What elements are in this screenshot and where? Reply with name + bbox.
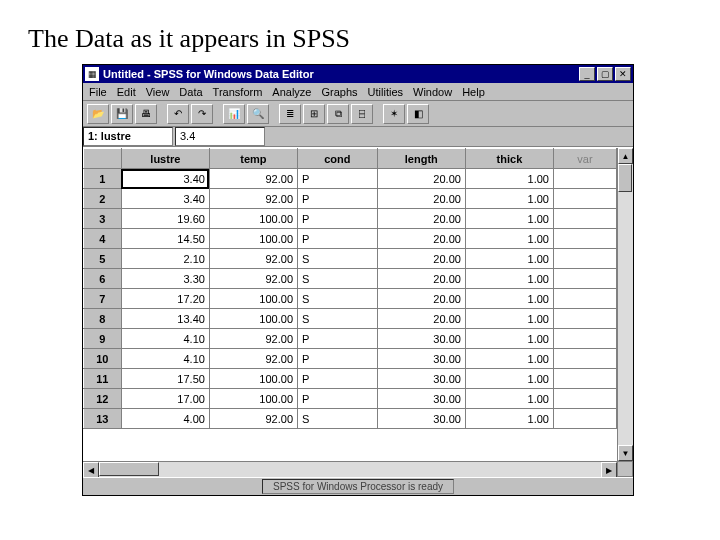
print-icon[interactable]: 🖶 (135, 104, 157, 124)
data-cell[interactable]: 20.00 (377, 229, 465, 249)
data-cell[interactable]: 20.00 (377, 209, 465, 229)
data-cell[interactable]: 19.60 (121, 209, 209, 229)
data-cell[interactable]: 13.40 (121, 309, 209, 329)
scroll-up-icon[interactable]: ▲ (618, 148, 633, 164)
data-cell[interactable]: 100.00 (209, 309, 297, 329)
data-cell[interactable]: 1.00 (465, 209, 553, 229)
data-cell[interactable]: S (298, 249, 378, 269)
table-row[interactable]: 52.1092.00S20.001.00 (84, 249, 617, 269)
data-cell[interactable]: 1.00 (465, 329, 553, 349)
col-header[interactable]: temp (209, 149, 297, 169)
menu-graphs[interactable]: Graphs (321, 86, 357, 98)
row-header[interactable]: 5 (84, 249, 122, 269)
data-cell[interactable]: 1.00 (465, 249, 553, 269)
scroll-down-icon[interactable]: ▼ (618, 445, 633, 461)
col-header[interactable]: cond (298, 149, 378, 169)
data-cell[interactable] (554, 349, 617, 369)
data-cell[interactable]: 1.00 (465, 229, 553, 249)
data-cell[interactable] (554, 389, 617, 409)
table-row[interactable]: 1117.50100.00P30.001.00 (84, 369, 617, 389)
data-cell[interactable]: 1.00 (465, 409, 553, 429)
toolbar-icon[interactable]: ◧ (407, 104, 429, 124)
data-cell[interactable]: 1.00 (465, 189, 553, 209)
row-header[interactable]: 6 (84, 269, 122, 289)
menu-analyze[interactable]: Analyze (272, 86, 311, 98)
data-cell[interactable]: 30.00 (377, 389, 465, 409)
cell-ref-value[interactable]: 3.4 (175, 127, 265, 146)
data-cell[interactable]: 4.00 (121, 409, 209, 429)
row-header[interactable]: 10 (84, 349, 122, 369)
data-cell[interactable] (554, 269, 617, 289)
data-cell[interactable] (554, 309, 617, 329)
data-cell[interactable]: 1.00 (465, 289, 553, 309)
table-row[interactable]: 23.4092.00P20.001.00 (84, 189, 617, 209)
data-cell[interactable]: 3.40 (121, 189, 209, 209)
redo-icon[interactable]: ↷ (191, 104, 213, 124)
row-header[interactable]: 9 (84, 329, 122, 349)
table-row[interactable]: 13.4092.00P20.001.00 (84, 169, 617, 189)
row-header[interactable]: 2 (84, 189, 122, 209)
toolbar-icon[interactable]: ⧉ (327, 104, 349, 124)
vertical-scrollbar[interactable]: ▲ ▼ (617, 148, 633, 461)
titlebar[interactable]: ▦ Untitled - SPSS for Windows Data Edito… (83, 65, 633, 83)
table-row[interactable]: 63.3092.00S20.001.00 (84, 269, 617, 289)
table-row[interactable]: 94.1092.00P30.001.00 (84, 329, 617, 349)
menu-data[interactable]: Data (179, 86, 202, 98)
data-cell[interactable]: 92.00 (209, 409, 297, 429)
row-header[interactable]: 4 (84, 229, 122, 249)
data-cell[interactable]: 14.50 (121, 229, 209, 249)
table-row[interactable]: 319.60100.00P20.001.00 (84, 209, 617, 229)
data-cell[interactable]: S (298, 289, 378, 309)
data-cell[interactable]: 30.00 (377, 329, 465, 349)
table-row[interactable]: 1217.00100.00P30.001.00 (84, 389, 617, 409)
row-header[interactable]: 8 (84, 309, 122, 329)
data-cell[interactable]: 100.00 (209, 289, 297, 309)
data-cell[interactable]: 20.00 (377, 289, 465, 309)
menu-file[interactable]: File (89, 86, 107, 98)
col-header[interactable]: thick (465, 149, 553, 169)
scroll-thumb[interactable] (618, 164, 632, 192)
data-cell[interactable]: P (298, 369, 378, 389)
data-cell[interactable]: 20.00 (377, 169, 465, 189)
data-cell[interactable]: 4.10 (121, 329, 209, 349)
data-cell[interactable]: 92.00 (209, 169, 297, 189)
horizontal-scrollbar[interactable]: ◀ ▶ (83, 461, 617, 477)
data-cell[interactable]: P (298, 169, 378, 189)
data-cell[interactable]: P (298, 349, 378, 369)
data-cell[interactable]: S (298, 269, 378, 289)
data-cell[interactable]: 1.00 (465, 309, 553, 329)
data-cell[interactable]: 100.00 (209, 369, 297, 389)
row-header[interactable]: 13 (84, 409, 122, 429)
row-header[interactable]: 3 (84, 209, 122, 229)
data-cell[interactable]: 30.00 (377, 369, 465, 389)
data-cell[interactable] (554, 329, 617, 349)
menu-utilities[interactable]: Utilities (368, 86, 403, 98)
data-cell[interactable] (554, 369, 617, 389)
data-cell[interactable]: 17.00 (121, 389, 209, 409)
toolbar-icon[interactable]: ✶ (383, 104, 405, 124)
toolbar-icon[interactable]: ⌸ (351, 104, 373, 124)
data-cell[interactable] (554, 289, 617, 309)
data-cell[interactable]: 92.00 (209, 269, 297, 289)
menu-window[interactable]: Window (413, 86, 452, 98)
close-button[interactable]: ✕ (615, 67, 631, 81)
data-cell[interactable]: 100.00 (209, 229, 297, 249)
data-cell[interactable]: 30.00 (377, 409, 465, 429)
row-header[interactable]: 7 (84, 289, 122, 309)
data-cell[interactable]: 1.00 (465, 349, 553, 369)
maximize-button[interactable]: ▢ (597, 67, 613, 81)
data-cell[interactable]: 92.00 (209, 249, 297, 269)
scroll-track[interactable] (99, 462, 601, 477)
row-header[interactable]: 11 (84, 369, 122, 389)
data-cell[interactable]: P (298, 229, 378, 249)
data-cell[interactable] (554, 189, 617, 209)
col-header[interactable]: lustre (121, 149, 209, 169)
toolbar-icon[interactable]: ⊞ (303, 104, 325, 124)
row-header[interactable]: 1 (84, 169, 122, 189)
menu-help[interactable]: Help (462, 86, 485, 98)
col-header-empty[interactable]: var (554, 149, 617, 169)
data-cell[interactable]: 1.00 (465, 169, 553, 189)
minimize-button[interactable]: _ (579, 67, 595, 81)
data-cell[interactable]: P (298, 329, 378, 349)
data-cell[interactable]: 4.10 (121, 349, 209, 369)
